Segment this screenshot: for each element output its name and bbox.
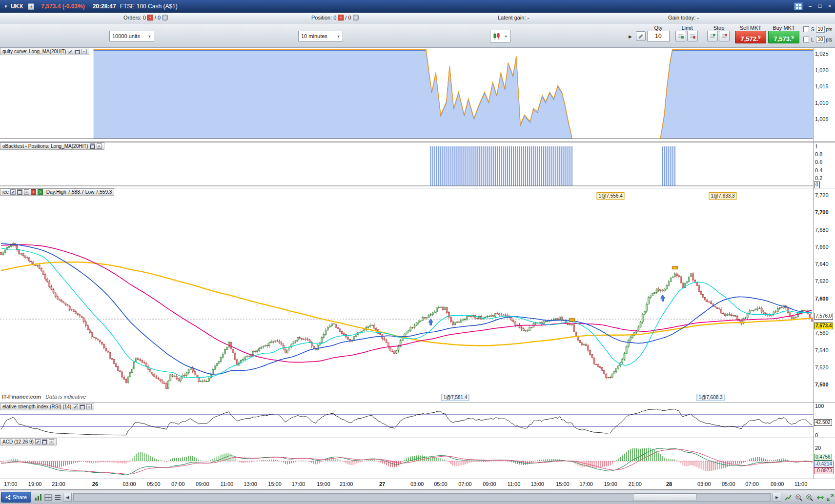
stats-icon[interactable] bbox=[34, 493, 42, 502]
list-view-icon[interactable] bbox=[54, 493, 62, 502]
horizontal-scrollbar[interactable] bbox=[73, 493, 771, 502]
stop-checkbox[interactable] bbox=[803, 26, 809, 32]
time-label: 15:00 bbox=[268, 481, 282, 487]
gain-today-status: Gain today: - bbox=[668, 15, 699, 20]
buy-limit-order-button[interactable] bbox=[675, 31, 686, 41]
expand-icon[interactable] bbox=[826, 493, 834, 502]
macd-panel-header[interactable]: ACD (12 26 9) × bbox=[0, 438, 57, 445]
close-icon[interactable]: × bbox=[81, 49, 87, 54]
backtest-positions-panel: 10.80.60.40.20 oBacktest - Positions: Lo… bbox=[0, 142, 835, 188]
l-pts-label: pts bbox=[826, 37, 832, 42]
time-label: 19:00 bbox=[317, 481, 330, 487]
close-icon[interactable]: × bbox=[86, 404, 92, 409]
close-icon[interactable]: × bbox=[97, 143, 102, 149]
rsi-chart[interactable] bbox=[0, 403, 813, 438]
latent-gain-status: Latent gain: - bbox=[498, 15, 529, 20]
orders-settings-icon[interactable] bbox=[162, 15, 168, 20]
close-position-icon[interactable]: × bbox=[338, 15, 344, 20]
sell-stop-order-button[interactable] bbox=[719, 31, 730, 41]
window-icon[interactable] bbox=[75, 49, 80, 54]
rsi-current-box: 42.502 bbox=[814, 419, 832, 426]
backtest-panel-header[interactable]: oBacktest - Positions: Long_MA(20HIT) × bbox=[0, 142, 104, 150]
cancel-orders-icon[interactable]: × bbox=[147, 15, 153, 20]
bars-glyph bbox=[35, 494, 42, 501]
rsi-panel-title: elative strength index (RSI) (14) bbox=[2, 404, 71, 409]
equity-curve-chart[interactable] bbox=[0, 48, 813, 139]
window-icon[interactable] bbox=[90, 143, 95, 149]
l-label: L bbox=[811, 37, 814, 42]
units-dropdown[interactable]: 10000 units ▼ bbox=[109, 31, 154, 41]
scroll-left-button[interactable]: ◀ bbox=[63, 493, 72, 502]
latent-gain-value: - bbox=[528, 15, 530, 20]
scroll-right-button[interactable]: ▶ bbox=[773, 493, 781, 502]
stop-pts-input[interactable]: 10 bbox=[816, 26, 825, 33]
collapse-arrow-icon[interactable]: ▶ bbox=[629, 34, 632, 39]
time-label: 11:00 bbox=[220, 481, 233, 487]
settings-wrench-icon[interactable] bbox=[68, 49, 73, 54]
orders-count: 0 bbox=[143, 15, 146, 20]
buy-stop-order-button[interactable] bbox=[707, 31, 718, 41]
axis-tick: 0 bbox=[815, 432, 818, 438]
buy-marker-icon[interactable]: + bbox=[38, 189, 43, 195]
chevron-down-icon: ▼ bbox=[148, 35, 151, 38]
close-icon[interactable]: × bbox=[49, 439, 54, 444]
timeframe-value: 10 minutes bbox=[301, 33, 327, 39]
position-settings-icon[interactable] bbox=[353, 15, 359, 20]
axis-tick: 1,015 bbox=[815, 83, 829, 89]
scrollbar-thumb[interactable] bbox=[633, 493, 696, 501]
time-label: 17:00 bbox=[4, 481, 18, 487]
window-icon[interactable] bbox=[42, 439, 47, 444]
zoom-out-icon[interactable] bbox=[794, 493, 803, 502]
price-panel-header[interactable]: ice × + + Day:High 7,588.7 Low 7,559.3 bbox=[0, 188, 114, 196]
axis-tick: 0.6 bbox=[815, 159, 822, 165]
titlebar-last-price: 7,573.4 (-0.03%) bbox=[41, 3, 84, 10]
grid-view-icon[interactable] bbox=[44, 493, 52, 502]
window-icon[interactable] bbox=[17, 189, 22, 195]
close-icon[interactable]: × bbox=[24, 189, 29, 195]
units-value: 10000 units bbox=[112, 33, 140, 39]
positions-chart[interactable] bbox=[0, 142, 813, 188]
timeframe-dropdown[interactable]: 10 minutes ▼ bbox=[298, 31, 343, 41]
chart-type-button[interactable]: ▼ bbox=[490, 30, 510, 42]
zoom-in-icon[interactable] bbox=[805, 493, 814, 502]
last-price-box: 7,573.4 bbox=[814, 323, 833, 329]
order-settings-wrench-icon[interactable] bbox=[636, 31, 646, 41]
layout-grid-icon[interactable] bbox=[794, 2, 803, 10]
buy-market-button[interactable]: 7,573.9 bbox=[768, 31, 799, 43]
rsi-panel-header[interactable]: elative strength index (RSI) (14) × bbox=[0, 403, 94, 410]
limit-checkbox[interactable] bbox=[803, 37, 809, 42]
fit-width-icon[interactable] bbox=[816, 493, 824, 502]
minimize-button[interactable]: – bbox=[806, 2, 815, 10]
maximize-button[interactable]: □ bbox=[815, 2, 824, 10]
qty-input[interactable] bbox=[647, 31, 670, 41]
position-status: Position: 0 × / 0 bbox=[311, 15, 359, 20]
axis-tick: 7,560 bbox=[815, 330, 829, 336]
axis-tick: 7,720 bbox=[815, 192, 829, 198]
close-button[interactable]: × bbox=[825, 2, 834, 10]
info-icon[interactable]: i bbox=[28, 3, 34, 10]
sell-marker-icon[interactable]: + bbox=[31, 189, 36, 195]
trade-label: 1@7,633.3 bbox=[709, 192, 737, 200]
sell-market-button[interactable]: 7,572.9 bbox=[735, 31, 766, 43]
limit-pts-input[interactable]: 10 bbox=[816, 36, 825, 43]
window-icon[interactable] bbox=[80, 404, 85, 409]
axis-tick: 7,640 bbox=[815, 261, 829, 267]
equity-panel-header[interactable]: quity curve: Long_MA(20HIT) × bbox=[0, 48, 89, 55]
axis-tick: 7,680 bbox=[815, 227, 829, 233]
settings-wrench-icon[interactable] bbox=[73, 404, 78, 409]
settings-wrench-icon[interactable] bbox=[35, 439, 41, 444]
time-label: 13:00 bbox=[530, 481, 544, 487]
watermark-brand: IT-Finance.com bbox=[2, 394, 41, 400]
rsi-panel: 100042.502 elative strength index (RSI) … bbox=[0, 403, 835, 438]
time-label: 09:00 bbox=[483, 481, 496, 487]
symbol-dropdown-caret[interactable]: ▼ bbox=[4, 4, 8, 9]
settings-wrench-icon[interactable] bbox=[10, 189, 16, 195]
auto-scale-icon[interactable] bbox=[784, 493, 792, 502]
time-label: 19:00 bbox=[28, 481, 42, 487]
macd-chart[interactable] bbox=[0, 438, 813, 479]
s-pts-label: pts bbox=[826, 27, 832, 32]
share-button[interactable]: Share bbox=[1, 492, 31, 503]
price-chart[interactable] bbox=[0, 188, 813, 403]
instrument-name: FTSE 100 Cash (A$1) bbox=[120, 3, 178, 10]
sell-limit-order-button[interactable] bbox=[687, 31, 698, 41]
